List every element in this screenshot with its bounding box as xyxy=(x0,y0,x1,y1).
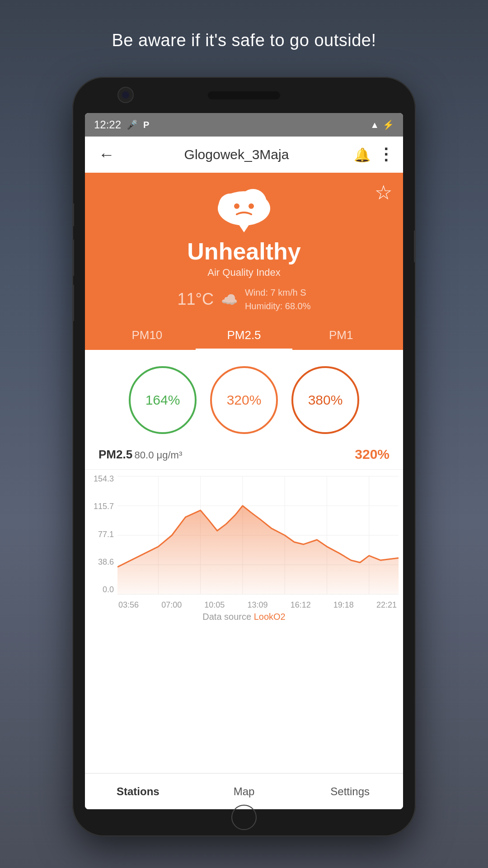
tab-pm10[interactable]: PM10 xyxy=(99,322,196,350)
y-label-5: 154.3 xyxy=(89,474,117,484)
volume-up-button[interactable] xyxy=(72,203,74,226)
page-title: Glogowek_3Maja xyxy=(119,147,354,162)
unhealthy-cloud-icon xyxy=(212,184,276,233)
nav-actions: 🔔 ⋮ xyxy=(354,145,394,164)
pm-tabs: PM10 PM2.5 PM1 xyxy=(99,322,389,350)
y-label-4: 115.7 xyxy=(89,502,117,511)
parking-icon: P xyxy=(143,120,149,130)
power-button[interactable] xyxy=(414,231,416,262)
circle-pm10: 164% xyxy=(129,366,197,434)
pm-detail-percentage: 320% xyxy=(355,447,389,462)
x-label-2: 07:00 xyxy=(161,600,182,610)
x-label-3: 10:05 xyxy=(204,600,225,610)
chart-container: 154.3 115.7 77.1 38.6 0.0 xyxy=(89,474,399,610)
tab-pm1[interactable]: PM1 xyxy=(292,322,389,350)
x-label-4: 13:09 xyxy=(247,600,267,610)
humidity-info: Humidity: 68.0% xyxy=(245,299,311,313)
cloud-icon-area xyxy=(99,184,389,233)
y-label-1: 0.0 xyxy=(89,585,117,594)
main-card: ☆ Unhealthy Air Quality In xyxy=(85,173,403,350)
svg-marker-17 xyxy=(117,506,399,594)
chart-x-labels: 03:56 07:00 10:05 13:09 16:12 19:18 22:2… xyxy=(117,600,399,610)
circle-pm1: 380% xyxy=(291,366,359,434)
weather-row: 11°C ☁️ Wind: 7 km/h S Humidity: 68.0% xyxy=(99,286,389,313)
y-label-3: 77.1 xyxy=(89,530,117,539)
svg-point-3 xyxy=(234,203,239,209)
svg-point-4 xyxy=(249,203,254,209)
camera-button[interactable] xyxy=(72,285,74,321)
pm-detail-row: PM2.5 80.0 μg/m³ 320% xyxy=(85,447,403,470)
circle-pm25: 320% xyxy=(210,366,278,434)
phone-speaker xyxy=(208,91,280,99)
tab-pm25[interactable]: PM2.5 xyxy=(196,322,293,350)
line-chart xyxy=(117,474,399,596)
volume-down-button[interactable] xyxy=(72,240,74,276)
circle-pm10-value: 164% xyxy=(145,392,180,408)
chart-y-labels: 154.3 115.7 77.1 38.6 0.0 xyxy=(89,474,117,596)
battery-icon: ⚡ xyxy=(383,119,394,130)
temperature: 11°C xyxy=(177,290,213,309)
data-source: Data source LookO2 xyxy=(89,610,399,626)
tagline: Be aware if it's safe to go outside! xyxy=(0,31,488,50)
more-options-icon[interactable]: ⋮ xyxy=(378,145,394,164)
x-label-6: 19:18 xyxy=(333,600,354,610)
wind-info: Wind: 7 km/h S xyxy=(245,286,311,299)
status-time: 12:22 xyxy=(94,118,121,131)
mic-icon: 🎤 xyxy=(127,119,138,130)
x-label-5: 16:12 xyxy=(291,600,311,610)
phone-home-button[interactable] xyxy=(231,805,257,830)
y-label-2: 38.6 xyxy=(89,557,117,567)
top-navigation: ← Glogowek_3Maja 🔔 ⋮ xyxy=(85,137,403,173)
phone-screen: 12:22 🎤 P ▲ ⚡ ← Glogowek_3Maja 🔔 ⋮ ☆ xyxy=(85,113,403,809)
pm-detail-unit: 80.0 μg/m³ xyxy=(135,449,183,461)
weather-cloud-icon: ☁️ xyxy=(221,292,238,307)
x-label-7: 22:21 xyxy=(376,600,397,610)
chart-area: 154.3 115.7 77.1 38.6 0.0 xyxy=(85,470,403,773)
circle-pm1-value: 380% xyxy=(308,392,343,408)
nav-map[interactable]: Map xyxy=(191,781,297,802)
circle-pm25-value: 320% xyxy=(227,392,262,408)
favorite-star-icon[interactable]: ☆ xyxy=(375,181,392,204)
x-label-1: 03:56 xyxy=(118,600,139,610)
aqi-status: Unhealthy xyxy=(99,238,389,265)
circles-row: 164% 320% 380% xyxy=(85,350,403,447)
nav-stations[interactable]: Stations xyxy=(85,781,191,802)
phone-frame: 12:22 🎤 P ▲ ⚡ ← Glogowek_3Maja 🔔 ⋮ ☆ xyxy=(72,77,416,836)
wifi-icon: ▲ xyxy=(370,120,379,130)
weather-details: Wind: 7 km/h S Humidity: 68.0% xyxy=(245,286,311,313)
back-button[interactable]: ← xyxy=(94,141,119,169)
status-bar: 12:22 🎤 P ▲ ⚡ xyxy=(85,113,403,137)
status-left: 12:22 🎤 P xyxy=(94,118,149,131)
svg-marker-5 xyxy=(239,224,249,232)
bottom-navigation: Stations Map Settings xyxy=(85,773,403,809)
data-source-link[interactable]: LookO2 xyxy=(254,612,286,622)
content-area: 164% 320% 380% PM2.5 80.0 μg/m³ 320% xyxy=(85,350,403,773)
nav-settings[interactable]: Settings xyxy=(297,781,403,802)
pm-detail-label: PM2.5 xyxy=(99,448,132,461)
status-icons: ▲ ⚡ xyxy=(370,119,394,130)
phone-camera xyxy=(117,87,134,103)
bell-icon[interactable]: 🔔 xyxy=(354,147,371,163)
aqi-sublabel: Air Quality Index xyxy=(99,267,389,278)
